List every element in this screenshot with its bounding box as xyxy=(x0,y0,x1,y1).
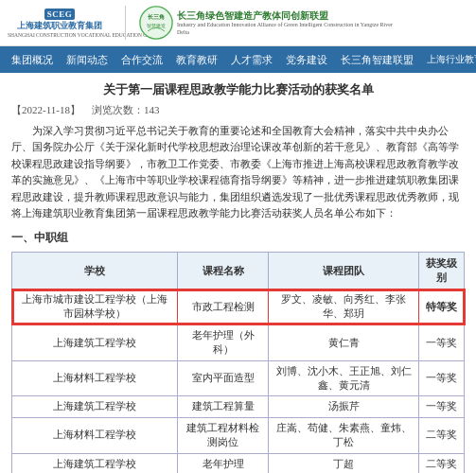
nav-item-overview[interactable]: 集团概况 xyxy=(6,46,59,73)
cell-award: 一等奖 xyxy=(419,324,465,360)
cell-school: 上海材料工程学校 xyxy=(12,417,178,453)
notice-meta: 【2022-11-18】 浏览次数：143 xyxy=(11,103,465,117)
table-row: 上海建筑工程学校 建筑工程算量 汤振芹 一等奖 xyxy=(12,396,465,417)
nav-item-education[interactable]: 教育教研 xyxy=(170,46,223,73)
table-row: 上海材料工程学校 建筑工程材料检测岗位 庄嵩、苟健、朱素燕、童炜、丁松 二等奖 xyxy=(12,417,465,453)
alliance-cn-title: 长三角绿色智建造产教体同创新联盟 xyxy=(177,9,395,22)
alliance-en-title: Industry and Education Innovation Allian… xyxy=(177,22,395,37)
logo-left: SCEG 上海建筑职业教育集团 SHANGHAI CONSTRUCTION VO… xyxy=(8,9,112,38)
alliance-emblem-icon: 长三角 智慧建造 xyxy=(139,6,173,40)
cell-team: 丁超 xyxy=(269,453,419,473)
cell-team: 刘博、沈小木、王正旭、刘仁鑫、黄元清 xyxy=(269,360,419,396)
svg-text:长三角: 长三角 xyxy=(148,13,165,20)
table-row: 上海建筑工程学校 老年护理 丁超 二等奖 xyxy=(12,453,465,473)
col-team: 课程团队 xyxy=(269,253,419,289)
cell-award: 二等奖 xyxy=(419,417,465,453)
cell-school: 上海材料工程学校 xyxy=(12,360,178,396)
cell-school: 上海建筑工程学校 xyxy=(12,324,178,360)
notice-date: 【2022-11-18】 xyxy=(11,103,80,117)
sceg-cn-label: 上海建筑职业教育集团 xyxy=(17,20,102,32)
sceg-en-label: SHANGHAI CONSTRUCTION VOCATIONAL EDUCATI… xyxy=(8,32,112,38)
cell-course: 室内平面造型 xyxy=(178,360,269,396)
cell-team: 庄嵩、苟健、朱素燕、童炜、丁松 xyxy=(269,417,419,453)
cell-award: 特等奖 xyxy=(419,289,465,325)
logo-divider xyxy=(125,6,126,40)
sceg-box-label: SCEG xyxy=(44,9,76,20)
col-school: 学校 xyxy=(12,253,178,289)
awards-table: 学校 课程名称 课程团队 获奖级别 上海市城市建设工程学校（上海市园林学校） 市… xyxy=(11,252,465,473)
nav-item-news[interactable]: 新闻动态 xyxy=(61,46,114,73)
nav-item-party[interactable]: 党务建设 xyxy=(280,46,333,73)
table-row: 上海建筑工程学校 老年护理（外科） 黄仁青 一等奖 xyxy=(12,324,465,360)
cell-team: 罗文、凌敏、向秀红、李张华、郑玥 xyxy=(269,289,419,325)
alliance-logo: 长三角 智慧建造 长三角绿色智建造产教体同创新联盟 Industry and E… xyxy=(139,6,395,40)
notice-title: 关于第一届课程思政教学能力比赛活动的获奖名单 xyxy=(11,80,465,99)
svg-text:智慧建造: 智慧建造 xyxy=(147,23,166,28)
cell-school: 上海建筑工程学校 xyxy=(12,396,178,417)
nav-item-cooperation[interactable]: 合作交流 xyxy=(115,46,168,73)
cell-award: 一等奖 xyxy=(419,396,465,417)
cell-team: 汤振芹 xyxy=(269,396,419,417)
navigation-bar: 集团概况 新闻动态 合作交流 教育教研 人才需求 党务建设 长三角智建联盟 上海… xyxy=(0,46,476,73)
main-content: 关于第一届课程思政教学能力比赛活动的获奖名单 【2022-11-18】 浏览次数… xyxy=(0,73,476,473)
nav-item-talent[interactable]: 人才需求 xyxy=(225,46,278,73)
cell-team: 黄仁青 xyxy=(269,324,419,360)
cell-award: 一等奖 xyxy=(419,360,465,396)
section-title-zhongzhi: 一、中职组 xyxy=(11,230,465,246)
cell-course: 老年护理 xyxy=(178,453,269,473)
nav-item-alliance[interactable]: 长三角智建联盟 xyxy=(335,46,419,73)
cell-course: 建筑工程材料检测岗位 xyxy=(178,417,269,453)
cell-course: 老年护理（外科） xyxy=(178,324,269,360)
cell-course: 市政工程检测 xyxy=(178,289,269,325)
alliance-text: 长三角绿色智建造产教体同创新联盟 Industry and Education … xyxy=(177,9,395,37)
page-header: SCEG 上海建筑职业教育集团 SHANGHAI CONSTRUCTION VO… xyxy=(0,0,476,46)
cell-school: 上海建筑工程学校 xyxy=(12,453,178,473)
table-header-row: 学校 课程名称 课程团队 获奖级别 xyxy=(12,253,465,289)
table-row: 上海材料工程学校 室内平面造型 刘博、沈小木、王正旭、刘仁鑫、黄元清 一等奖 xyxy=(12,360,465,396)
col-award: 获奖级别 xyxy=(419,253,465,289)
cell-award: 二等奖 xyxy=(419,453,465,473)
table-row: 上海市城市建设工程学校（上海市园林学校） 市政工程检测 罗文、凌敏、向秀红、李张… xyxy=(12,289,465,325)
col-course: 课程名称 xyxy=(178,253,269,289)
cell-course: 建筑工程算量 xyxy=(178,396,269,417)
sceg-logo: SCEG 上海建筑职业教育集团 SHANGHAI CONSTRUCTION VO… xyxy=(8,9,112,38)
notice-intro: 为深入学习贯彻习近平总书记关于教育的重要论述和全国教育大会精神，落实中共中央办公… xyxy=(11,123,465,223)
notice-views: 浏览次数：143 xyxy=(92,103,160,117)
cell-school: 上海市城市建设工程学校（上海市园林学校） xyxy=(12,289,178,325)
nav-item-industry[interactable]: 上海行业教育教研活动 xyxy=(421,46,476,73)
